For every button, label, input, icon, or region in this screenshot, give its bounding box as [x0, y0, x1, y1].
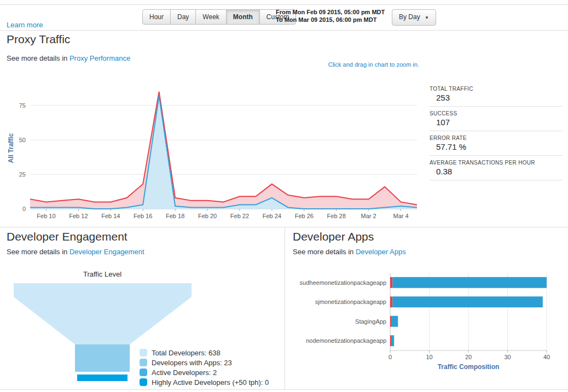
analytics-dashboard: Learn more Hour Day Week Month Custom Fr…: [0, 0, 568, 392]
date-range-from: From Mon Feb 09 2015, 05:00 pm MDT: [276, 8, 385, 16]
time-range-day-button[interactable]: Day: [170, 9, 196, 25]
mid-divider: [0, 227, 568, 227]
svg-text:Feb 28: Feb 28: [327, 213, 346, 219]
stat-value: 253: [430, 93, 563, 106]
column-divider: [285, 227, 285, 390]
stat-success: SUCCESS 107: [430, 107, 563, 131]
date-range-label: From Mon Feb 09 2015, 05:00 pm MDT To Mo…: [276, 8, 385, 24]
svg-text:Feb 26: Feb 26: [295, 213, 314, 219]
developer-engagement-link[interactable]: Developer Engagement: [69, 248, 144, 256]
legend-label: Active Developers: 2: [152, 368, 217, 377]
developer-engagement-subtitle-text: See more details in: [7, 248, 67, 256]
learn-more-link[interactable]: Learn more: [7, 21, 43, 29]
top-divider: [0, 4, 568, 5]
stat-label: TOTAL TRAFFIC: [430, 82, 563, 93]
legend-item-developers-with-apps: Developers with Apps: 23: [140, 358, 269, 368]
svg-text:Feb 18: Feb 18: [166, 213, 184, 219]
bottom-divider: [0, 389, 568, 390]
svg-text:75: 75: [19, 102, 26, 109]
developer-apps-link[interactable]: Developer Apps: [356, 248, 406, 256]
svg-text:25: 25: [19, 171, 26, 178]
zoom-hint: Click and drag in chart to zoom in.: [274, 61, 419, 68]
legend-label: Developers with Apps: 23: [152, 359, 232, 367]
proxy-traffic-chart[interactable]: 0255075Feb 10Feb 12Feb 14Feb 16Feb 18Feb…: [5, 77, 427, 225]
svg-text:Feb 20: Feb 20: [198, 213, 217, 219]
svg-text:50: 50: [19, 137, 26, 143]
time-range-hour-button[interactable]: Hour: [142, 9, 171, 25]
svg-text:sudheemonetizationpackageapp: sudheemonetizationpackageapp: [300, 279, 386, 286]
svg-text:Feb 22: Feb 22: [230, 213, 249, 219]
stat-label: AVERAGE TRANSACTIONS PER HOUR: [430, 156, 563, 167]
group-by-dropdown[interactable]: By Day ▼: [392, 9, 436, 26]
developer-apps-subtitle: See more details in Developer Apps: [293, 248, 406, 256]
svg-text:40: 40: [543, 354, 550, 360]
svg-text:Mar 2: Mar 2: [361, 213, 376, 219]
time-range-button-group: Hour Day Week Month Custom: [142, 9, 296, 25]
svg-text:20: 20: [465, 354, 472, 360]
developer-apps-chart: 010203040sudheemonetizationpackageappsjm…: [291, 270, 562, 378]
proxy-performance-link[interactable]: Proxy Performance: [69, 54, 130, 62]
developer-engagement-subtitle: See more details in Developer Engagement: [7, 248, 144, 256]
legend-swatch-icon: [140, 368, 147, 376]
stat-value: 57.71 %: [430, 142, 563, 155]
proxy-traffic-subtitle: See more details in Proxy Performance: [7, 54, 130, 62]
funnel-legend: Total Developers: 638 Developers with Ap…: [140, 348, 269, 388]
svg-text:Feb 14: Feb 14: [101, 213, 120, 219]
svg-text:Traffic Composition: Traffic Composition: [438, 363, 500, 371]
svg-text:10: 10: [426, 354, 432, 360]
svg-text:nodemonetizationpackageapp: nodemonetizationpackageapp: [306, 337, 386, 344]
stat-error-rate: ERROR RATE 57.71 %: [430, 131, 563, 156]
proxy-traffic-title: Proxy Traffic: [7, 33, 70, 46]
date-range-to: To Mon Mar 09 2015, 06:00 pm MDT: [276, 16, 385, 24]
stat-label: ERROR RATE: [430, 131, 563, 142]
stat-value: 107: [430, 118, 563, 131]
time-range-week-button[interactable]: Week: [195, 9, 226, 25]
legend-swatch-icon: [140, 349, 147, 356]
legend-item-total-developers: Total Developers: 638: [140, 348, 269, 358]
group-by-label: By Day: [399, 13, 420, 21]
legend-item-highly-active-developers: Highly Active Developers (+50 tph): 0: [140, 378, 269, 388]
svg-text:0: 0: [22, 206, 26, 212]
svg-text:Mar 4: Mar 4: [393, 213, 408, 219]
svg-text:Feb 24: Feb 24: [263, 213, 281, 219]
proxy-traffic-subtitle-text: See more details in: [7, 54, 67, 62]
svg-text:StagingApp: StagingApp: [355, 318, 386, 325]
developer-apps-subtitle-text: See more details in: [293, 248, 353, 256]
legend-label: Highly Active Developers (+50 tph): 0: [152, 378, 269, 387]
funnel-title: Traffic Level: [48, 270, 157, 278]
time-range-month-button[interactable]: Month: [226, 9, 260, 25]
legend-swatch-icon: [140, 378, 147, 386]
stat-value: 0.38: [430, 167, 563, 180]
svg-text:30: 30: [504, 354, 511, 360]
developer-apps-title: Developer Apps: [293, 230, 374, 243]
stat-avg-tph: AVERAGE TRANSACTIONS PER HOUR 0.38: [430, 156, 563, 180]
svg-text:All Traffic: All Traffic: [7, 133, 15, 163]
legend-swatch-icon: [140, 359, 147, 366]
svg-text:Feb 12: Feb 12: [69, 213, 88, 219]
svg-text:Feb 10: Feb 10: [37, 213, 55, 219]
header-divider: [0, 30, 568, 31]
proxy-traffic-stats-panel: TOTAL TRAFFIC 253 SUCCESS 107 ERROR RATE…: [430, 82, 563, 180]
legend-label: Total Developers: 638: [152, 349, 221, 357]
svg-text:Feb 16: Feb 16: [134, 213, 152, 219]
svg-text:0: 0: [389, 354, 392, 360]
svg-text:sjmonetizationpackageapp: sjmonetizationpackageapp: [315, 299, 386, 305]
legend-item-active-developers: Active Developers: 2: [140, 368, 269, 378]
developer-engagement-title: Developer Engagement: [7, 230, 127, 243]
stat-total-traffic: TOTAL TRAFFIC 253: [430, 82, 563, 107]
stat-label: SUCCESS: [430, 107, 563, 118]
caret-down-icon: ▼: [425, 15, 429, 20]
